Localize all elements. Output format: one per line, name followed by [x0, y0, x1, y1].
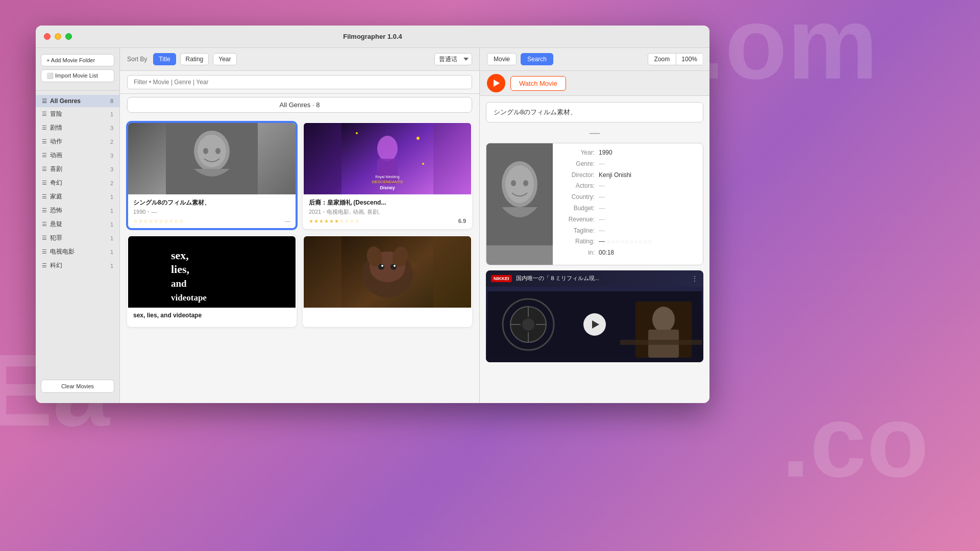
genre-icon: ☰ [42, 193, 47, 200]
genre-name: 喜剧 [50, 165, 103, 173]
movie-rating-1: — [285, 218, 290, 224]
genre-icon: ☰ [42, 235, 47, 241]
youtube-play-button[interactable] [583, 313, 606, 336]
detail-separator: — [486, 128, 703, 138]
genre-name: 电视电影 [50, 247, 103, 256]
genre-item-喜剧[interactable]: ☰ 喜剧 3 [36, 162, 119, 176]
svg-point-42 [652, 307, 675, 332]
genre-item-动作[interactable]: ☰ 动作 2 [36, 135, 119, 148]
movie-poster-1 [128, 123, 296, 194]
genre-count: 1 [106, 221, 113, 228]
genre-item-电视电影[interactable]: ☰ 电视电影 1 [36, 245, 119, 259]
movie-card-3[interactable]: sex, lies, and videotape sex, lies, and … [127, 235, 297, 327]
sort-by-label: Sort By [127, 56, 147, 63]
genre-item-家庭[interactable]: ☰ 家庭 1 [36, 190, 119, 204]
movie-info-1: シングル8のフィルム素材、 1990・— ☆☆☆☆☆☆☆☆☆☆ — [128, 194, 296, 228]
import-movie-list-button[interactable]: ⬜ Import Movie List [41, 69, 114, 82]
play-icon [494, 80, 500, 87]
detail-budget-label: Budget: [559, 204, 595, 213]
detail-revenue-label: Revenue: [559, 215, 595, 224]
detail-revenue-value: — [599, 215, 697, 224]
genre-name: 犯罪 [50, 234, 103, 242]
genre-item-犯罪[interactable]: ☰ 犯罪 1 [36, 231, 119, 245]
genre-item-冒险[interactable]: ☰ 冒险 1 [36, 107, 119, 121]
youtube-thumbnail: NIKKEI 国内唯一の「８ミリフィルム現... ⋮ [486, 270, 703, 362]
genre-icon: ☰ [42, 221, 47, 228]
svg-point-30 [505, 165, 534, 203]
genre-icon: ☰ [42, 166, 47, 172]
detail-actors-label: Actors: [559, 182, 595, 190]
genre-count: 1 [106, 263, 113, 269]
genre-icon: ☰ [42, 111, 47, 117]
genre-item-悬疑[interactable]: ☰ 悬疑 1 [36, 217, 119, 231]
sort-rating-button[interactable]: Rating [180, 53, 209, 65]
close-button[interactable] [44, 33, 51, 40]
detail-row-director: Director: Kenji Onishi [559, 171, 697, 180]
detail-runtime-value: 00:18 [599, 248, 697, 257]
title-bar: Filmographer 1.0.4 [36, 26, 709, 48]
genre-list: ☰ All Genres 8 ☰ 冒险 1 ☰ 剧情 3 ☰ 动作 2 ☰ 动画… [36, 93, 119, 375]
minimize-button[interactable] [55, 33, 61, 40]
movie-card-1[interactable]: シングル8のフィルム素材、 1990・— ☆☆☆☆☆☆☆☆☆☆ — [127, 122, 297, 229]
toolbar: Sort By Title Rating Year 普通话 English [120, 48, 479, 71]
detail-budget-value: — [599, 204, 697, 213]
detail-card: Year: 1990 Genre: — Director: Kenji Onis… [486, 143, 703, 265]
youtube-area[interactable]: NIKKEI 国内唯一の「８ミリフィルム現... ⋮ [486, 270, 703, 362]
add-movie-folder-button[interactable]: + Add Movie Folder [41, 54, 114, 66]
movie-title-2: 后裔：皇家婚礼 (Descend... [309, 198, 466, 207]
filter-input[interactable] [127, 75, 472, 89]
middle-panel: Sort By Title Rating Year 普通话 English Al… [120, 48, 480, 403]
youtube-title: 国内唯一の「８ミリフィルム現... [516, 274, 687, 282]
movie-card-2[interactable]: Disney DESCENDANTS Royal Wedding 后裔：皇家婚礼… [303, 122, 472, 229]
genre-item-all[interactable]: ☰ All Genres 8 [36, 95, 119, 107]
genre-icon: ☰ [42, 207, 47, 214]
svg-point-31 [511, 180, 516, 186]
nikkei-badge: NIKKEI [491, 275, 512, 282]
youtube-more-button[interactable]: ⋮ [691, 274, 698, 283]
genre-item-恐怖[interactable]: ☰ 恐怖 1 [36, 204, 119, 217]
genre-item-科幻[interactable]: ☰ 科幻 1 [36, 259, 119, 272]
genre-count: 1 [106, 111, 113, 117]
detail-director-label: Director: [559, 171, 595, 180]
movie-poster-3: sex, lies, and videotape [128, 236, 296, 308]
movie-grid: シングル8のフィルム素材、 1990・— ☆☆☆☆☆☆☆☆☆☆ — [120, 116, 479, 403]
search-view-button[interactable]: Search [521, 53, 553, 65]
svg-text:Royal Wedding: Royal Wedding [375, 175, 399, 179]
svg-text:lies,: lies, [171, 263, 189, 276]
genre-item-剧情[interactable]: ☰ 剧情 3 [36, 121, 119, 135]
genre-item-奇幻[interactable]: ☰ 奇幻 2 [36, 176, 119, 190]
detail-row-budget: Budget: — [559, 204, 697, 213]
svg-point-32 [523, 180, 528, 186]
svg-point-6 [377, 136, 398, 161]
detail-year-value: 1990 [599, 148, 697, 157]
genre-count: 2 [106, 180, 113, 186]
clear-movies-button[interactable]: Clear Movies [41, 380, 114, 393]
movie-card-4[interactable] [303, 235, 472, 327]
movie-info-4 [304, 308, 471, 317]
svg-point-24 [378, 264, 384, 270]
genre-name: 悬疑 [50, 220, 103, 229]
movie-meta-1: 1990・— [133, 208, 290, 216]
bg-watermark-3: .co [781, 383, 929, 500]
maximize-button[interactable] [65, 33, 72, 40]
svg-rect-44 [620, 340, 702, 345]
play-button[interactable] [487, 74, 505, 92]
genre-name: 科幻 [50, 261, 103, 270]
svg-point-9 [416, 137, 420, 140]
genre-count: 1 [106, 249, 113, 255]
right-panel: Movie Search Zoom 100% Watch Movie シングル8… [480, 48, 709, 403]
movie-view-button[interactable]: Movie [487, 53, 517, 65]
zoom-label-button[interactable]: Zoom [648, 53, 677, 65]
watch-movie-button[interactable]: Watch Movie [510, 76, 566, 91]
main-content: + Add Movie Folder ⬜ Import Movie List ☰… [36, 48, 709, 403]
sort-title-button[interactable]: Title [153, 53, 176, 65]
youtube-preview [486, 287, 703, 362]
genre-name-all: All Genres [50, 97, 103, 105]
language-select[interactable]: 普通话 English [434, 53, 472, 65]
genre-icon: ☰ [42, 248, 47, 255]
all-genres-button[interactable]: All Genres · 8 [127, 97, 472, 113]
genre-item-动画[interactable]: ☰ 动画 3 [36, 148, 119, 162]
sort-year-button[interactable]: Year [213, 53, 236, 65]
svg-point-2 [198, 135, 226, 167]
movie-title-1: シングル8のフィルム素材、 [133, 198, 290, 207]
